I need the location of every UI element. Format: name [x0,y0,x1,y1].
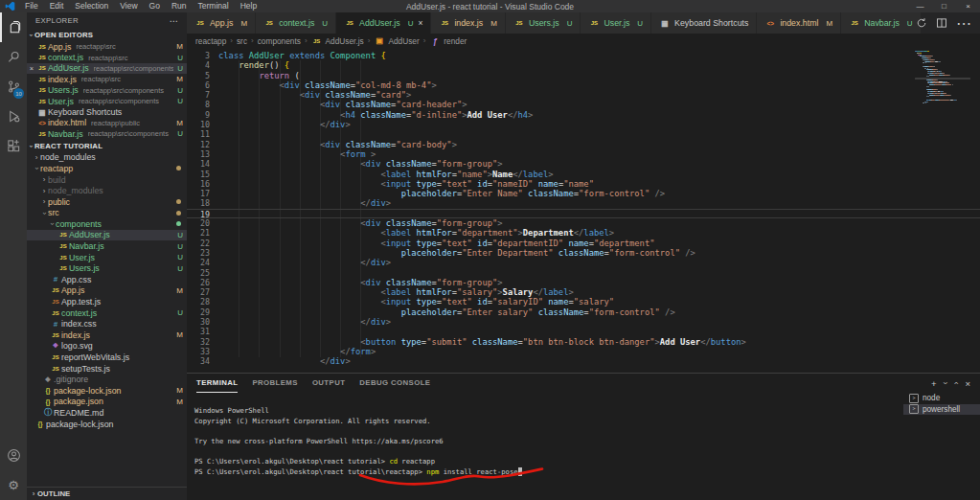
tree-item-reactapp[interactable]: ›reactapp [27,163,187,174]
code-line-26[interactable]: 26 <div className="form-group"> [187,278,980,287]
menu-terminal[interactable]: Terminal [193,0,235,12]
tree-item-context-js[interactable]: JScontext.jsU [27,307,187,319]
open-editor-index-html[interactable]: <>index.htmlreactapp\publicM [27,118,187,128]
explorer-more-icon[interactable]: ⋯ [170,16,178,26]
code-line-22[interactable]: 22 <input type="text" id="departmentID" … [187,239,980,248]
tab-adduser-js[interactable]: JSAddUser.jsU× [336,12,430,34]
code-editor[interactable]: 3class AddUser extends Component {4 rend… [187,48,980,373]
editor-more-actions-icon[interactable]: ⋯ [956,14,971,33]
code-line-27[interactable]: 27 <label htmlFor="salary">Salary</label… [187,287,980,297]
terminal-output[interactable]: Windows PowerShellCopyright (C) Microsof… [187,393,903,500]
tab-user-js[interactable]: JSUser.jsU [581,12,650,34]
menu-help[interactable]: Help [235,0,262,12]
menu-go[interactable]: Go [144,0,166,12]
tab-context-js[interactable]: JScontext.jsU [256,12,335,34]
close-icon[interactable]: × [956,0,980,12]
close-panel-icon[interactable]: × [965,378,970,389]
tree-item-package-json[interactable]: {}package.jsonM [27,397,187,408]
open-editors-header[interactable]: › OPEN EDITORS [27,29,187,41]
tab-close-icon[interactable]: × [418,18,422,28]
tree-item-package-lock-json[interactable]: {}package-lock.jsonM [27,385,187,397]
terminal-dropdown-icon[interactable]: › [941,382,950,385]
breadcrumb-item-adduser[interactable]: ▣AddUser [374,36,419,46]
panel-tab-problems[interactable]: PROBLEMS [252,374,297,393]
outline-section[interactable]: › OUTLINE [27,487,187,500]
code-line-20[interactable]: 20 <div className="form-group"> [187,218,980,228]
code-line-18[interactable]: 18 </div> [187,198,980,208]
code-line-14[interactable]: 14 <div className="form-group"> [187,159,980,169]
tree-item-gitignore[interactable]: ◈.gitignore [27,374,187,385]
tree-item-node-modules[interactable]: ›node_modules [27,185,187,196]
tree-item-node-modules[interactable]: ›node_modules [27,152,187,164]
menu-selection[interactable]: Selection [69,0,114,12]
code-line-13[interactable]: 13 <form > [187,149,980,159]
menu-edit[interactable]: Edit [44,0,70,12]
tree-item-src[interactable]: ›src [27,207,187,218]
tree-item-setuptests-js[interactable]: JSsetupTests.js [27,363,187,375]
open-editor-context-js[interactable]: JScontext.jsreactapp\srcU [27,52,187,62]
menu-run[interactable]: Run [166,0,193,12]
tree-item-app-js[interactable]: JSApp.jsM [27,285,187,297]
code-line-29[interactable]: 29 placeholder="Enter salary" className=… [187,307,980,317]
code-line-32[interactable]: 32 <button type="submit" className="btn … [187,337,980,347]
code-line-33[interactable]: 33 </form> [187,347,980,356]
tree-item-user-js[interactable]: JSUser.jsU [27,252,187,263]
code-line-17[interactable]: 17 placeholder="Enter Name" className="f… [187,189,980,198]
open-editor-users-js[interactable]: JSUsers.jsreactapp\src\componentsU [27,85,187,96]
tab-index-js[interactable]: JSindex.jsM [431,12,505,34]
open-editor-keyboard-shortcuts[interactable]: ▦Keyboard Shortcuts [27,106,187,117]
panel-tab-debug-console[interactable]: DEBUG CONSOLE [359,374,430,393]
tab-app-js[interactable]: JSApp.jsM [187,12,255,34]
tree-item-adduser-js[interactable]: JSAddUser.jsU [27,230,187,241]
minimize-icon[interactable]: — [908,0,932,12]
open-editor-index-js[interactable]: JSindex.jsreactapp\srcM [27,74,187,84]
tree-item-components[interactable]: ›components [27,218,187,230]
panel-tab-terminal[interactable]: TERMINAL [196,374,238,393]
maximize-icon[interactable]: □ [932,0,956,12]
code-line-6[interactable]: 6 <div className="col-md-8 mb-4"> [187,80,980,90]
code-line-24[interactable]: 24 </div> [187,258,980,267]
code-line-21[interactable]: 21 <label htmlFor="department">Departmen… [187,228,980,238]
code-line-5[interactable]: 5 return ( [187,71,980,80]
tab-users-js[interactable]: JSUsers.jsU [506,12,581,34]
new-terminal-icon[interactable]: + [931,378,937,389]
tab-index-html[interactable]: <>index.htmlM [757,12,840,34]
breadcrumb-item-adduser-js[interactable]: JSAddUser.js [311,36,364,46]
tree-item-app-test-js[interactable]: JSApp.test.js [27,296,187,307]
code-line-19[interactable]: 19 [187,209,980,218]
terminal-process-node[interactable]: >node [903,393,980,404]
run-debug-icon[interactable] [0,102,27,131]
tree-item-users-js[interactable]: JSUsers.jsU [27,262,187,274]
tab-keyboard-shortcuts[interactable]: ▦Keyboard Shortcuts [651,12,756,34]
breadcrumb-item-src[interactable]: src [237,36,247,46]
workspace-header[interactable]: › REACT TUTORIAL [27,140,187,152]
maximize-panel-icon[interactable]: › [951,382,961,385]
code-line-8[interactable]: 8 <div className="card-header"> [187,100,980,109]
code-line-15[interactable]: 15 <label htmlFor="name">Name</label> [187,170,980,179]
menu-file[interactable]: File [19,0,44,12]
tree-item-navbar-js[interactable]: JSNavbar.jsU [27,240,187,252]
tree-item-logo-svg[interactable]: ❖logo.svg [27,341,187,352]
code-line-7[interactable]: 7 <div className="card"> [187,90,980,100]
explorer-icon[interactable] [0,12,27,42]
tree-item-build[interactable]: ›build [27,174,187,186]
code-line-4[interactable]: 4 render() { [187,60,980,70]
tree-item-index-css[interactable]: #index.css [27,318,187,330]
code-line-9[interactable]: 9 <h4 className="d-inline">Add User</h4> [187,110,980,120]
extensions-icon[interactable] [0,131,27,161]
close-editor-icon[interactable]: × [27,64,36,73]
code-line-31[interactable]: 31 [187,327,980,336]
tree-item-reportwebvitals-js[interactable]: JSreportWebVitals.js [27,352,187,363]
breadcrumb-item-reactapp[interactable]: reactapp [195,36,226,46]
code-line-30[interactable]: 30 </div> [187,317,980,327]
tree-item-public[interactable]: ›public [27,196,187,208]
terminal-process-powershell[interactable]: >powershell [903,404,980,416]
tree-item-readme-md[interactable]: ⓘREADME.md [27,407,187,419]
code-line-3[interactable]: 3class AddUser extends Component { [187,51,980,60]
tree-item-app-css[interactable]: #App.css [27,274,187,285]
code-line-28[interactable]: 28 <input type="text" id="salaryID" name… [187,297,980,307]
code-line-34[interactable]: 34 </div> [187,356,980,366]
code-line-23[interactable]: 23 placeholder="Enter Department" classN… [187,248,980,258]
panel-tab-output[interactable]: OUTPUT [312,374,345,393]
open-editor-user-js[interactable]: JSUser.jsreactapp\src\componentsU [27,96,187,106]
